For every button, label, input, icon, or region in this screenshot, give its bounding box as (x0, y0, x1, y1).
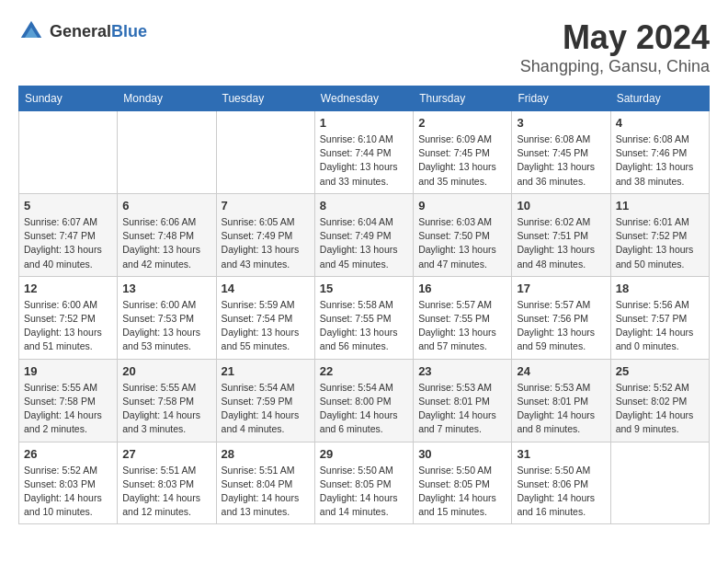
calendar-cell: 14Sunrise: 5:59 AM Sunset: 7:54 PM Dayli… (216, 276, 314, 359)
calendar-cell: 8Sunrise: 6:04 AM Sunset: 7:49 PM Daylig… (314, 193, 413, 276)
calendar-cell: 4Sunrise: 6:08 AM Sunset: 7:46 PM Daylig… (610, 111, 709, 194)
calendar-cell: 15Sunrise: 5:58 AM Sunset: 7:55 PM Dayli… (314, 276, 413, 359)
weekday-header: Friday (512, 86, 610, 111)
location-title: Shangping, Gansu, China (520, 57, 710, 76)
day-number: 19 (24, 364, 112, 378)
day-info: Sunrise: 6:01 AM Sunset: 7:52 PM Dayligh… (616, 215, 704, 271)
day-info: Sunrise: 6:10 AM Sunset: 7:44 PM Dayligh… (320, 132, 408, 189)
page-header: GeneralBlue May 2024 Shangping, Gansu, C… (18, 18, 710, 76)
calendar-cell: 19Sunrise: 5:55 AM Sunset: 7:58 PM Dayli… (19, 359, 118, 442)
day-number: 14 (222, 282, 310, 295)
calendar-cell (610, 442, 709, 524)
calendar-week-row: 12Sunrise: 6:00 AM Sunset: 7:52 PM Dayli… (19, 276, 710, 359)
day-info: Sunrise: 6:06 AM Sunset: 7:48 PM Dayligh… (122, 215, 210, 271)
day-info: Sunrise: 6:05 AM Sunset: 7:49 PM Dayligh… (222, 215, 310, 271)
day-info: Sunrise: 6:03 AM Sunset: 7:50 PM Dayligh… (418, 215, 506, 271)
day-number: 3 (517, 116, 605, 130)
day-info: Sunrise: 5:50 AM Sunset: 8:06 PM Dayligh… (517, 464, 605, 520)
calendar-cell: 22Sunrise: 5:54 AM Sunset: 8:00 PM Dayli… (314, 359, 413, 442)
logo: GeneralBlue (18, 18, 147, 44)
day-number: 25 (616, 364, 704, 378)
calendar-cell: 11Sunrise: 6:01 AM Sunset: 7:52 PM Dayli… (610, 193, 709, 276)
day-number: 27 (122, 447, 210, 461)
day-info: Sunrise: 5:50 AM Sunset: 8:05 PM Dayligh… (320, 464, 408, 520)
day-info: Sunrise: 5:51 AM Sunset: 8:04 PM Dayligh… (222, 464, 310, 520)
day-info: Sunrise: 5:55 AM Sunset: 7:58 PM Dayligh… (122, 381, 210, 437)
calendar-cell: 20Sunrise: 5:55 AM Sunset: 7:58 PM Dayli… (118, 359, 216, 442)
calendar-week-row: 5Sunrise: 6:07 AM Sunset: 7:47 PM Daylig… (19, 193, 710, 276)
calendar-cell: 12Sunrise: 6:00 AM Sunset: 7:52 PM Dayli… (19, 276, 118, 359)
calendar-cell: 23Sunrise: 5:53 AM Sunset: 8:01 PM Dayli… (414, 359, 512, 442)
calendar-cell (19, 111, 118, 194)
logo-text-general: General (50, 22, 111, 40)
day-info: Sunrise: 5:57 AM Sunset: 7:56 PM Dayligh… (517, 298, 605, 354)
day-number: 7 (222, 199, 310, 213)
day-number: 4 (616, 116, 704, 130)
day-number: 8 (320, 199, 408, 213)
day-number: 28 (222, 447, 310, 461)
day-number: 29 (320, 447, 408, 461)
day-number: 9 (418, 199, 506, 213)
day-info: Sunrise: 6:00 AM Sunset: 7:52 PM Dayligh… (24, 298, 112, 354)
day-number: 30 (418, 447, 506, 461)
day-number: 1 (320, 116, 408, 130)
day-info: Sunrise: 6:07 AM Sunset: 7:47 PM Dayligh… (24, 215, 112, 271)
calendar-cell: 6Sunrise: 6:06 AM Sunset: 7:48 PM Daylig… (118, 193, 216, 276)
day-number: 5 (24, 199, 112, 213)
day-info: Sunrise: 5:56 AM Sunset: 7:57 PM Dayligh… (616, 298, 704, 354)
day-info: Sunrise: 5:53 AM Sunset: 8:01 PM Dayligh… (517, 381, 605, 437)
day-number: 21 (222, 364, 310, 378)
calendar-cell: 25Sunrise: 5:52 AM Sunset: 8:02 PM Dayli… (610, 359, 709, 442)
day-info: Sunrise: 5:53 AM Sunset: 8:01 PM Dayligh… (418, 381, 506, 437)
logo-icon (18, 18, 44, 44)
day-number: 12 (24, 282, 112, 295)
weekday-header: Thursday (414, 86, 512, 111)
calendar-cell: 28Sunrise: 5:51 AM Sunset: 8:04 PM Dayli… (216, 442, 314, 524)
day-number: 24 (517, 364, 605, 378)
weekday-header-row: SundayMondayTuesdayWednesdayThursdayFrid… (19, 86, 710, 111)
calendar-table: SundayMondayTuesdayWednesdayThursdayFrid… (18, 86, 710, 524)
day-number: 15 (320, 282, 408, 295)
calendar-cell: 9Sunrise: 6:03 AM Sunset: 7:50 PM Daylig… (414, 193, 512, 276)
calendar-cell: 24Sunrise: 5:53 AM Sunset: 8:01 PM Dayli… (512, 359, 610, 442)
day-number: 18 (616, 282, 704, 295)
calendar-week-row: 19Sunrise: 5:55 AM Sunset: 7:58 PM Dayli… (19, 359, 710, 442)
day-number: 22 (320, 364, 408, 378)
calendar-cell: 13Sunrise: 6:00 AM Sunset: 7:53 PM Dayli… (118, 276, 216, 359)
calendar-cell: 10Sunrise: 6:02 AM Sunset: 7:51 PM Dayli… (512, 193, 610, 276)
weekday-header: Saturday (610, 86, 709, 111)
day-info: Sunrise: 5:59 AM Sunset: 7:54 PM Dayligh… (222, 298, 310, 354)
calendar-cell: 2Sunrise: 6:09 AM Sunset: 7:45 PM Daylig… (414, 111, 512, 194)
day-info: Sunrise: 5:58 AM Sunset: 7:55 PM Dayligh… (320, 298, 408, 354)
day-info: Sunrise: 6:02 AM Sunset: 7:51 PM Dayligh… (517, 215, 605, 271)
calendar-cell: 7Sunrise: 6:05 AM Sunset: 7:49 PM Daylig… (216, 193, 314, 276)
day-number: 13 (122, 282, 210, 295)
day-number: 26 (24, 447, 112, 461)
calendar-cell (216, 111, 314, 194)
title-block: May 2024 Shangping, Gansu, China (520, 18, 710, 76)
calendar-cell: 5Sunrise: 6:07 AM Sunset: 7:47 PM Daylig… (19, 193, 118, 276)
calendar-cell: 29Sunrise: 5:50 AM Sunset: 8:05 PM Dayli… (314, 442, 413, 524)
day-info: Sunrise: 6:00 AM Sunset: 7:53 PM Dayligh… (122, 298, 210, 354)
day-number: 6 (122, 199, 210, 213)
weekday-header: Sunday (19, 86, 118, 111)
day-info: Sunrise: 5:52 AM Sunset: 8:03 PM Dayligh… (24, 464, 112, 520)
calendar-cell (118, 111, 216, 194)
day-info: Sunrise: 6:08 AM Sunset: 7:46 PM Dayligh… (616, 132, 704, 189)
calendar-cell: 30Sunrise: 5:50 AM Sunset: 8:05 PM Dayli… (414, 442, 512, 524)
calendar-cell: 27Sunrise: 5:51 AM Sunset: 8:03 PM Dayli… (118, 442, 216, 524)
calendar-cell: 26Sunrise: 5:52 AM Sunset: 8:03 PM Dayli… (19, 442, 118, 524)
day-info: Sunrise: 5:50 AM Sunset: 8:05 PM Dayligh… (418, 464, 506, 520)
weekday-header: Wednesday (314, 86, 413, 111)
calendar-cell: 16Sunrise: 5:57 AM Sunset: 7:55 PM Dayli… (414, 276, 512, 359)
logo-text-blue: Blue (111, 22, 147, 40)
day-info: Sunrise: 5:51 AM Sunset: 8:03 PM Dayligh… (122, 464, 210, 520)
day-number: 31 (517, 447, 605, 461)
calendar-cell: 3Sunrise: 6:08 AM Sunset: 7:45 PM Daylig… (512, 111, 610, 194)
day-number: 10 (517, 199, 605, 213)
day-number: 16 (418, 282, 506, 295)
day-number: 17 (517, 282, 605, 295)
day-info: Sunrise: 5:54 AM Sunset: 7:59 PM Dayligh… (222, 381, 310, 437)
calendar-cell: 31Sunrise: 5:50 AM Sunset: 8:06 PM Dayli… (512, 442, 610, 524)
day-info: Sunrise: 5:52 AM Sunset: 8:02 PM Dayligh… (616, 381, 704, 437)
